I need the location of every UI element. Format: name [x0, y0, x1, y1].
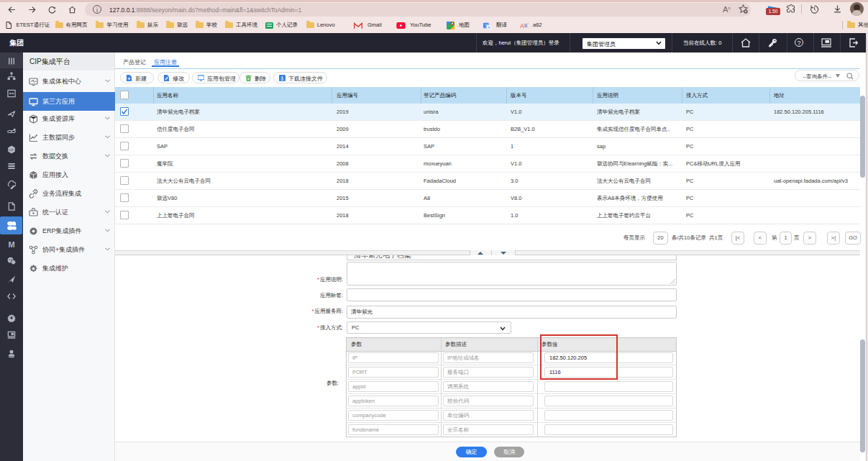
svg-text:η: η — [728, 6, 730, 10]
svg-text:B: B — [524, 23, 527, 28]
svg-text:': ' — [528, 23, 529, 27]
svg-text:CIP: CIP — [9, 149, 14, 152]
